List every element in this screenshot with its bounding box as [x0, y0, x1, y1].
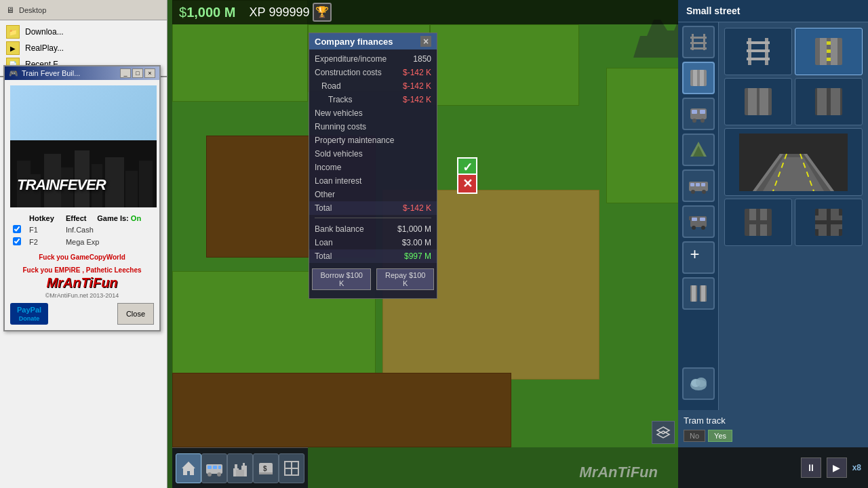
- game-is-label: Game Is:: [97, 214, 128, 222]
- build-item-large-preview[interactable]: [724, 128, 863, 196]
- logo-dark: [10, 140, 157, 207]
- window-controls: _ □ ×: [120, 68, 155, 78]
- watermark: MrAnTiFun: [579, 464, 658, 481]
- build-icon-bus-stop[interactable]: [682, 98, 715, 130]
- industry-icon: [231, 459, 250, 478]
- finances-panel: Company finances × Expenditure/income 18…: [309, 33, 437, 299]
- build-icon-plus[interactable]: +: [682, 241, 715, 274]
- svg-rect-78: [208, 466, 212, 469]
- svg-rect-51: [827, 41, 831, 45]
- fin-row-loan: Loan $3.00 M: [309, 236, 437, 249]
- maximize-button[interactable]: □: [132, 68, 143, 78]
- build-icon-road-type[interactable]: [682, 277, 715, 310]
- paypal-button[interactable]: PayPal Donate: [10, 303, 48, 325]
- minimize-button[interactable]: _: [120, 68, 131, 78]
- copyright-text: ©MrAntiFun.net 2013-2014: [10, 292, 154, 299]
- road-4-preview-icon: [741, 205, 775, 239]
- tram-no-button[interactable]: No: [684, 430, 705, 442]
- trainer-content: TRAINFEVER Hotkey Effect Game Is: On: [5, 80, 159, 330]
- vehicle-icon: [688, 175, 709, 197]
- trainer-close-button[interactable]: Close: [117, 303, 154, 325]
- build-icon-terrain[interactable]: [682, 134, 715, 166]
- svg-rect-18: [692, 110, 697, 114]
- plus-icon: +: [690, 245, 699, 264]
- svg-rect-11: [690, 37, 707, 39]
- fin-row-bank-total: Total $997 M: [309, 249, 437, 263]
- fin-label-bank-balance: Bank balance: [315, 223, 364, 235]
- build-icon-vehicle[interactable]: [682, 169, 715, 202]
- fin-row-road: Road $-142 K: [309, 79, 437, 93]
- fin-row-other: Other: [309, 188, 437, 201]
- toolbar-btn-build[interactable]: [279, 453, 304, 483]
- cancel-action-button[interactable]: ✕: [457, 174, 477, 194]
- small-street-preview-icon: [812, 35, 846, 68]
- speed-indicator: x8: [852, 463, 861, 472]
- road-icon: [688, 67, 709, 89]
- svg-point-21: [701, 119, 705, 123]
- f1-effect: Inf.Cash: [63, 224, 154, 236]
- f2-key: F2: [26, 236, 63, 248]
- f1-checkbox[interactable]: [13, 225, 21, 233]
- build-icon-rail[interactable]: [682, 26, 715, 58]
- xp-label: XP: [249, 5, 265, 20]
- desktop-label: Desktop: [19, 6, 46, 14]
- build-item-road-2[interactable]: [724, 78, 792, 125]
- svg-rect-16: [697, 70, 700, 86]
- svg-rect-27: [701, 183, 705, 186]
- toolbar-btn-industry[interactable]: [227, 453, 253, 483]
- layers-button[interactable]: [652, 421, 675, 444]
- fin-value-construction: $-142 K: [403, 66, 431, 79]
- hotkey-key-header: Hotkey: [26, 213, 63, 224]
- desktop-taskbar-item[interactable]: 🖥 Desktop: [3, 3, 46, 17]
- svg-rect-39: [701, 285, 705, 302]
- repay-button[interactable]: Repay $100 K: [376, 268, 434, 290]
- svg-rect-32: [700, 218, 705, 221]
- toolbar-btn-bus[interactable]: [201, 453, 227, 483]
- desktop-item-realplay[interactable]: ▶ RealPlay...: [3, 40, 163, 56]
- build-icon-train[interactable]: [682, 205, 715, 238]
- right-panel: Small street: [678, 0, 868, 447]
- hotkey-row-f1: F1 Inf.Cash: [10, 224, 154, 236]
- desktop-item-label: Downloa...: [25, 27, 64, 37]
- tram-yes-button[interactable]: Yes: [708, 430, 732, 442]
- fin-value-loan: $3.00 M: [402, 237, 431, 249]
- trainer-icon: 🎮: [9, 69, 18, 78]
- f2-effect: Mega Exp: [63, 236, 154, 248]
- pause-button[interactable]: ⏸: [801, 458, 821, 478]
- borrow-button[interactable]: Borrow $100 K: [312, 268, 371, 290]
- play-button[interactable]: ▶: [827, 458, 847, 478]
- fin-row-running-costs: Running costs: [309, 120, 437, 134]
- fin-label-loan: Loan: [315, 237, 333, 249]
- trophy-button[interactable]: 🏆: [313, 3, 332, 22]
- build-item-rail[interactable]: [724, 28, 792, 75]
- svg-rect-79: [213, 466, 217, 469]
- road-3-preview-icon: [812, 85, 846, 119]
- fin-value-road: $-142 K: [403, 80, 431, 92]
- desktop-icon: 🖥: [3, 3, 17, 17]
- build-icon-road[interactable]: [682, 62, 715, 94]
- svg-point-34: [701, 226, 705, 230]
- svg-rect-70: [745, 220, 772, 224]
- svg-rect-90: [259, 472, 273, 474]
- toolbar-btn-home[interactable]: [176, 453, 201, 483]
- build-icon-map[interactable]: [682, 367, 715, 400]
- left-panel: 🖥 Desktop 📁 Downloa... ▶ RealPlay... 📄 R…: [0, 0, 167, 488]
- close-window-button[interactable]: ×: [144, 68, 155, 78]
- svg-rect-45: [747, 41, 770, 44]
- fin-label-construction: Construction costs: [315, 66, 382, 79]
- money-display: 1,000 M: [186, 5, 235, 20]
- fin-label-new-vehicles: New vehicles: [315, 107, 363, 119]
- build-item-road-3[interactable]: [795, 78, 863, 125]
- build-item-road-5[interactable]: [795, 199, 863, 246]
- toolbar-btn-finance[interactable]: $: [253, 453, 279, 483]
- taskbar: 🖥 Desktop: [0, 0, 167, 20]
- build-item-small-street[interactable]: [795, 28, 863, 75]
- build-item-road-4[interactable]: [724, 199, 792, 246]
- desktop-item-downloads[interactable]: 📁 Downloa...: [3, 24, 163, 40]
- finances-close-button[interactable]: ×: [420, 36, 431, 47]
- f2-checkbox[interactable]: [13, 237, 21, 245]
- fin-label-tracks: Tracks: [328, 94, 353, 106]
- svg-rect-31: [692, 218, 697, 221]
- xp-display: XP 999999: [249, 5, 309, 20]
- large-road-preview-icon: [739, 134, 848, 191]
